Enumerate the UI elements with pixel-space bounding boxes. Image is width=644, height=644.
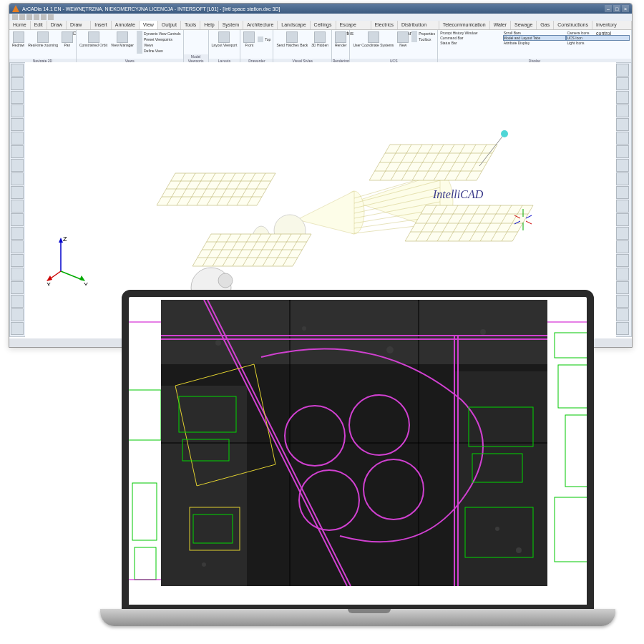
attribute-display-button[interactable]: Attribute Display <box>503 41 567 45</box>
tab-water[interactable]: Water <box>490 21 511 29</box>
maximize-button[interactable]: □ <box>613 5 620 12</box>
tool-spline-icon[interactable] <box>11 213 24 226</box>
tool-line-icon[interactable] <box>11 64 24 77</box>
gis-viewport[interactable] <box>129 297 587 605</box>
snap-node-icon[interactable] <box>616 104 629 117</box>
lineweight-icon[interactable] <box>616 240 629 253</box>
qat-undo-icon[interactable] <box>41 14 47 20</box>
ucs-icon-button[interactable]: UCS Icon <box>566 35 630 41</box>
orbit-button[interactable]: Constrained Orbit <box>78 31 109 54</box>
tab-system[interactable]: System <box>219 21 243 29</box>
tool-mirror-icon[interactable] <box>11 240 24 253</box>
layout-viewport-button[interactable]: Layout Viewport <box>210 31 239 48</box>
light-icons-button[interactable]: Light Icons <box>566 41 630 45</box>
tool-rect-icon[interactable] <box>11 91 24 104</box>
redraw-button[interactable]: Redraw <box>11 31 26 48</box>
tab-escape-routes[interactable]: Escape routes <box>336 21 371 29</box>
tool-trim-icon[interactable] <box>11 281 24 294</box>
snap-none-icon[interactable] <box>616 186 629 199</box>
tab-telecommunication[interactable]: Telecommunication <box>439 21 490 29</box>
qat-new-icon[interactable] <box>12 14 18 20</box>
tool-offset-icon[interactable] <box>11 227 24 240</box>
tool-hatch-icon[interactable] <box>11 172 24 185</box>
snap-mid-icon[interactable] <box>616 77 629 90</box>
tab-help[interactable]: Help <box>200 21 218 29</box>
status-bar-button[interactable]: Status Bar <box>439 41 503 45</box>
tool-ellipse-icon[interactable] <box>11 132 24 145</box>
define-view-button[interactable]: Define View <box>136 48 182 54</box>
tab-tools[interactable]: Tools <box>181 21 200 29</box>
tab-constructions[interactable]: Constructions <box>554 21 592 29</box>
tab-view[interactable]: View <box>140 21 158 29</box>
linetype-icon[interactable] <box>616 227 629 240</box>
snap-end-icon[interactable] <box>616 64 629 77</box>
render-button[interactable]: Render <box>333 31 348 48</box>
refresh-icon[interactable] <box>616 254 629 267</box>
tab-insert[interactable]: Insert <box>91 21 112 29</box>
tab-inventory-control[interactable]: Inventory control <box>592 21 632 29</box>
info-icon[interactable] <box>616 281 629 294</box>
command-bar-button[interactable]: Command Bar <box>439 35 503 41</box>
ucs-button[interactable]: User Coordinate Systems <box>351 31 395 48</box>
model-layout-tabs-button[interactable]: Model and Layout Tabs <box>503 35 567 41</box>
tool-rotate-icon[interactable] <box>11 254 24 267</box>
tab-distribution-board[interactable]: Distribution board <box>398 21 439 29</box>
layer-icon[interactable] <box>616 200 629 213</box>
measure-icon[interactable] <box>616 268 629 280</box>
tool-point-icon[interactable] <box>11 200 24 213</box>
ucs-new-button[interactable]: New <box>396 31 410 48</box>
qat-print-icon[interactable] <box>34 14 39 20</box>
dynamic-view-button[interactable]: Dynamic View Controls <box>136 31 182 36</box>
tab-edit[interactable]: Edit <box>31 21 47 29</box>
tab-gas[interactable]: Gas <box>537 21 554 29</box>
snap-int-icon[interactable] <box>616 132 629 145</box>
orbit-icon <box>88 31 99 43</box>
view-manager-button[interactable]: View Manager <box>109 31 135 54</box>
tab-home[interactable]: Home <box>9 21 31 29</box>
tool-circle-icon[interactable] <box>11 104 24 117</box>
snap-quad-icon[interactable] <box>616 118 629 131</box>
hatch-back-button[interactable]: Send Hatches Back <box>275 31 309 48</box>
tab-sewage[interactable]: Sewage <box>511 21 537 29</box>
ucs-properties-button[interactable]: Properties <box>411 31 436 36</box>
ucs-toolbox-button[interactable]: Toolbox <box>411 36 436 42</box>
tool-extend-icon[interactable] <box>11 295 24 308</box>
tab-ceilings[interactable]: Ceilings <box>311 21 336 29</box>
tool-break-icon[interactable] <box>11 308 24 321</box>
qat-save-icon[interactable] <box>26 14 32 20</box>
snap-tan-icon[interactable] <box>616 159 629 172</box>
minimize-button[interactable]: – <box>605 5 612 12</box>
snap-near-icon[interactable] <box>616 172 629 185</box>
tool-text-icon[interactable] <box>11 159 24 172</box>
tab-architecture[interactable]: Architecture <box>243 21 278 29</box>
zoom-button[interactable]: Real-time zooming <box>26 31 59 48</box>
tool-fillet-icon[interactable] <box>11 322 24 335</box>
preset-viewpoints-button[interactable]: Preset Viewpoints <box>136 36 182 42</box>
tab-draw-3d[interactable]: Draw 3D <box>67 21 91 29</box>
top-button[interactable]: Top <box>257 31 271 48</box>
color-icon[interactable] <box>616 213 629 226</box>
explode-icon[interactable] <box>616 322 629 335</box>
tab-output[interactable]: Output <box>158 21 181 29</box>
tool-polyline-icon[interactable] <box>11 77 24 90</box>
tab-draw[interactable]: Draw <box>47 21 67 29</box>
select-icon[interactable] <box>616 295 629 308</box>
group-icon[interactable] <box>616 308 629 321</box>
tab-annotate[interactable]: Annotate <box>112 21 140 29</box>
snap-perp-icon[interactable] <box>616 145 629 158</box>
tab-landscape[interactable]: Landscape <box>278 21 310 29</box>
qat-open-icon[interactable] <box>19 14 25 20</box>
tab-electrics[interactable]: Electrics <box>371 21 398 29</box>
views-list-button[interactable]: Views <box>136 42 182 48</box>
front-button[interactable]: Front <box>242 31 256 48</box>
tool-arc-icon[interactable] <box>11 118 24 131</box>
snap-center-icon[interactable] <box>616 91 629 104</box>
tool-dim-icon[interactable] <box>11 145 24 158</box>
pan-button[interactable]: Pan <box>60 31 74 48</box>
qat-redo-icon[interactable] <box>48 14 54 20</box>
ribbon: Redraw Real-time zooming Pan Navigate 2D… <box>9 30 632 64</box>
close-button[interactable]: × <box>622 5 629 12</box>
tool-block-icon[interactable] <box>11 186 24 199</box>
3d-hidden-button[interactable]: 3D Hidden <box>310 31 330 48</box>
tool-scale-icon[interactable] <box>11 268 24 280</box>
